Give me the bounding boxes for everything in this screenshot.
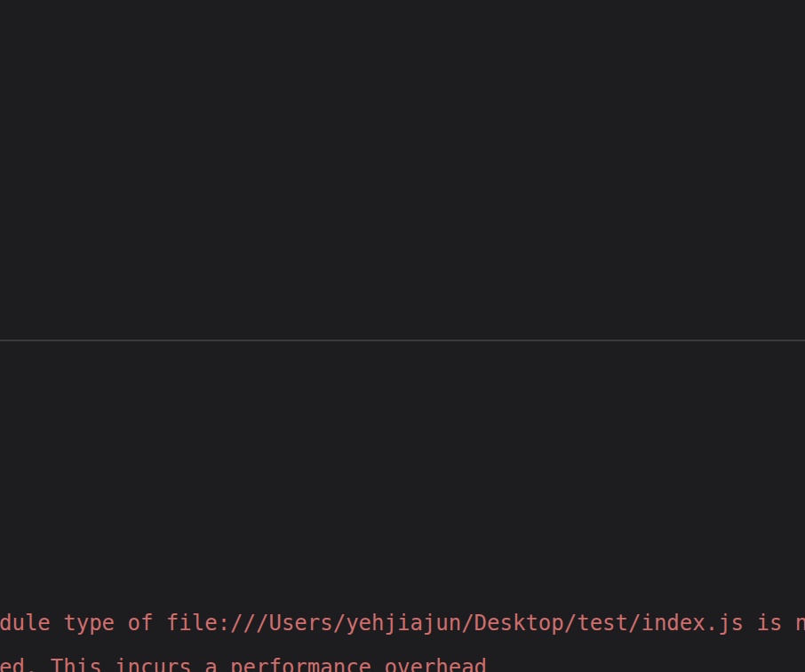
terminal-warning-line: ed. This incurs a performance overhead <box>0 657 487 672</box>
terminal-window: dule type of file:///Users/yehjiajun/Des… <box>0 0 805 672</box>
upper-pane <box>0 0 805 340</box>
terminal-output-pane[interactable]: dule type of file:///Users/yehjiajun/Des… <box>0 341 805 672</box>
terminal-warning-line: dule type of file:///Users/yehjiajun/Des… <box>0 612 805 634</box>
